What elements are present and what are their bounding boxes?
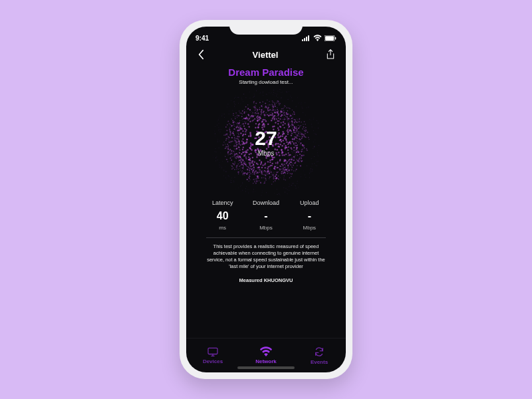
tab-label: Devices (203, 358, 223, 364)
metric-unit: Mbps (244, 225, 287, 231)
svg-rect-1 (325, 36, 334, 41)
cellular-signal-icon (302, 35, 311, 41)
screen: 9:41 Viettel Dream (186, 27, 346, 372)
divider (206, 237, 326, 238)
metric-unit: Mbps (288, 225, 331, 231)
network-name: Dream Paradise (228, 66, 303, 78)
notch (229, 20, 303, 35)
back-icon[interactable] (197, 49, 205, 60)
phone-frame: 9:41 Viettel Dream (180, 20, 352, 379)
tab-label: Events (311, 359, 328, 365)
metric-upload: Upload - Mbps (288, 200, 331, 231)
metric-unit: ms (201, 225, 244, 231)
metric-latency: Latency 40 ms (201, 200, 244, 231)
wifi-icon (259, 346, 273, 356)
nav-bar: Viettel (186, 45, 346, 63)
page-title: Viettel (253, 50, 279, 60)
disclaimer-text: This test provides a realistic measured … (198, 243, 334, 271)
metric-label: Download (244, 200, 287, 206)
speed-gauge: 27 Mbps (213, 89, 319, 196)
home-indicator[interactable] (237, 366, 295, 369)
tab-devices[interactable]: Devices (186, 338, 239, 372)
svg-rect-2 (335, 37, 336, 39)
metric-value: - (288, 210, 331, 222)
speed-unit: Mbps (258, 150, 274, 157)
metric-label: Latency (201, 200, 244, 206)
test-status-text: Starting dowload test... (239, 79, 293, 85)
metric-value: 40 (201, 210, 244, 222)
refresh-icon (314, 346, 325, 357)
measured-by: Measured KHUONGVU (239, 277, 293, 283)
status-time: 9:41 (196, 35, 209, 42)
speed-value: 27 (255, 128, 277, 148)
metric-download: Download - Mbps (244, 200, 287, 231)
content-area: Dream Paradise Starting dowload test... … (186, 63, 346, 338)
tab-events[interactable]: Events (293, 338, 346, 372)
metric-label: Upload (288, 200, 331, 206)
metrics-row: Latency 40 ms Download - Mbps Upload - M… (198, 200, 334, 231)
battery-icon (325, 35, 336, 41)
svg-rect-3 (208, 348, 217, 354)
share-icon[interactable] (326, 49, 335, 60)
metric-value: - (244, 210, 287, 222)
monitor-icon (207, 347, 219, 356)
status-right (302, 35, 336, 41)
wifi-icon (313, 35, 322, 41)
tab-label: Network (255, 358, 277, 364)
